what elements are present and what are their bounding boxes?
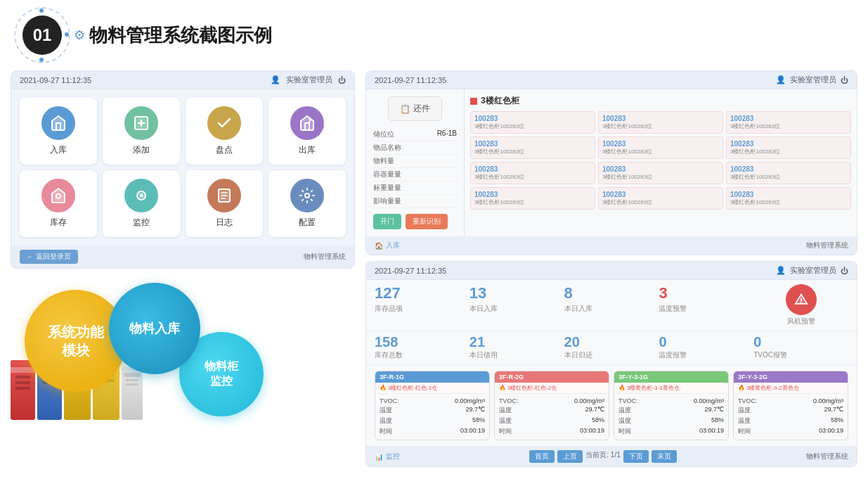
card-inbound-label: 入库 bbox=[50, 144, 67, 156]
ui-header: 2021-09-27 11:12:35 👤 实验室管理员 ⏻ bbox=[11, 71, 354, 89]
mc-row-humid-4: 温度 58% bbox=[738, 416, 843, 426]
return-button[interactable]: 📋 还件 bbox=[388, 96, 442, 121]
svg-point-3 bbox=[140, 194, 143, 198]
mc-header-4: 3F-Y-3-2G bbox=[734, 371, 848, 383]
card-config-label: 配置 bbox=[299, 217, 316, 229]
monitor-card-1: 3F-R-1G 🔥 3楼红色柜-红色-1仓 TVOC: 0.00mg/m³ 温度… bbox=[375, 371, 490, 440]
btn-prev[interactable]: 上页 bbox=[557, 450, 583, 463]
cabinet-red bbox=[11, 360, 35, 420]
stat-total-label: 库存总数 bbox=[375, 350, 469, 360]
refresh-button[interactable]: 重新识别 bbox=[406, 214, 448, 229]
card-inventory[interactable]: 库存 bbox=[20, 170, 97, 237]
badge-01: 01 bbox=[22, 15, 62, 55]
slot-item[interactable]: 100283 3楼红色柜100283位 bbox=[598, 187, 723, 210]
btn-next[interactable]: 下页 bbox=[623, 450, 649, 463]
card-stocktake[interactable]: 盘点 bbox=[186, 98, 263, 165]
stat-total: 158 库存总数 bbox=[375, 334, 469, 360]
temp-label-2: 温度 bbox=[499, 406, 512, 415]
cabinet-header-right: 👤 实验室管理员 ⏻ bbox=[776, 75, 848, 85]
time-label: 时间 bbox=[380, 427, 392, 436]
humid-val-2: 58% bbox=[592, 416, 604, 426]
return-label: 还件 bbox=[413, 103, 430, 115]
main-content: 2021-09-27 11:12:35 👤 实验室管理员 ⏻ bbox=[0, 70, 868, 467]
stats-col1: 127 库存品项 bbox=[375, 284, 469, 326]
stat-temp-alert-label: 温度预警 bbox=[659, 304, 753, 314]
mc-row-time-3: 时间 03:00:19 bbox=[618, 426, 724, 437]
mc-header-2: 3F-R-2G bbox=[495, 371, 609, 383]
bubble-inbound: 物料入库 bbox=[109, 283, 200, 374]
return-icon: 📋 bbox=[400, 104, 410, 114]
slot-item[interactable]: 100283 3楼红色柜100283位 bbox=[726, 136, 851, 159]
card-add-label: 添加 bbox=[133, 144, 150, 156]
mc-row-temp-2: 温度 29.7℃ bbox=[499, 405, 604, 416]
stat-daily-out-num: 8 bbox=[564, 284, 659, 302]
slot-num: 100283 bbox=[474, 191, 591, 198]
card-add[interactable]: 添加 bbox=[103, 98, 180, 165]
slot-desc: 3楼红色柜100283位 bbox=[474, 173, 591, 181]
card-inbound[interactable]: 入库 bbox=[20, 98, 97, 165]
time-val: 03:00:19 bbox=[460, 427, 485, 436]
slot-item[interactable]: 100283 3楼红色柜100283位 bbox=[598, 162, 723, 184]
bubble-inbound-text: 物料入库 bbox=[129, 320, 180, 337]
slot-item[interactable]: 100283 3楼红色柜100283位 bbox=[726, 187, 851, 210]
slot-item[interactable]: 100283 3楼红色柜100283位 bbox=[726, 162, 851, 184]
time-label-4: 时间 bbox=[738, 427, 751, 436]
slot-item[interactable]: 100283 3楼红色柜100283位 bbox=[598, 136, 723, 159]
slot-item[interactable]: 100283 3楼红色柜100283位 bbox=[470, 111, 595, 134]
mc-body-4: TVOC: 0.00mg/m³ 温度 29.7℃ 温度 58% 时间 bbox=[734, 394, 848, 440]
stats-rows-container: 127 库存品项 13 本日入库 8 本日入库 3 温度预警 bbox=[366, 280, 857, 331]
slot-desc: 3楼红色柜100283位 bbox=[602, 122, 719, 130]
inbound-ui-header: 2021-09-27 11:12:35 👤 实验室管理员 ⏻ bbox=[366, 262, 857, 280]
inbound-ui: 2021-09-27 11:12:35 👤 实验室管理员 ⏻ 127 库存品项 bbox=[365, 261, 857, 467]
mc-header-1: 3F-R-1G bbox=[375, 371, 489, 383]
tvoc-label-4: TVOC: bbox=[738, 397, 758, 404]
slot-grid: 100283 3楼红色柜100283位 100283 3楼红色柜100283位 … bbox=[470, 111, 851, 210]
monitor-card-2: 3F-R-2G 🔥 3楼红色柜-红色-2仓 TVOC: 0.00mg/m³ 温度… bbox=[494, 371, 609, 440]
open-door-button[interactable]: 开门 bbox=[373, 214, 401, 229]
mc-row-temp-3: 温度 29.7℃ bbox=[618, 405, 724, 416]
card-monitor[interactable]: 监控 bbox=[103, 170, 180, 237]
time-label-3: 时间 bbox=[618, 427, 631, 436]
cabinet-ui-header: 2021-09-27 11:12:35 👤 实验室管理员 ⏻ bbox=[366, 71, 857, 89]
section-title-text: 3楼红色柜 bbox=[481, 95, 519, 107]
stat-daily-out-label: 本日入库 bbox=[564, 304, 659, 314]
btn-last[interactable]: 末页 bbox=[652, 450, 677, 463]
info-row-name: 物品名称 bbox=[373, 141, 457, 155]
slot-item[interactable]: 100283 3楼红色柜100283位 bbox=[470, 162, 595, 184]
card-log[interactable]: 日志 bbox=[186, 170, 263, 237]
bubble-system-text: 系统功能 模块 bbox=[48, 323, 104, 359]
stocktake-icon bbox=[207, 106, 241, 140]
card-config[interactable]: 配置 bbox=[268, 170, 346, 237]
monitor-footer-label: 监控 bbox=[386, 452, 400, 461]
temp-label-4: 温度 bbox=[738, 406, 751, 415]
stat-returned: 20 本日归还 bbox=[564, 334, 659, 360]
stat-borrowed-num: 21 bbox=[469, 334, 564, 350]
ui-datetime: 2021-09-27 11:12:35 bbox=[20, 76, 91, 84]
stat-inventory: 127 bbox=[375, 284, 469, 302]
temp-val: 29.7℃ bbox=[465, 406, 485, 415]
page-title: 物料管理系统截图示例 bbox=[89, 23, 272, 48]
ui-footer: ← 返回登录页 物料管理系统 bbox=[11, 245, 354, 268]
stat-temp-alarm-label: 温度报警 bbox=[659, 350, 753, 360]
slot-item[interactable]: 100283 3楼红色柜100283位 bbox=[470, 187, 595, 210]
slot-item[interactable]: 100283 3楼红色柜100283位 bbox=[726, 111, 851, 134]
mc-sub-3: 🔥 3楼黄色柜-3-1黄色仓 bbox=[614, 383, 728, 394]
slot-num: 100283 bbox=[730, 191, 847, 198]
mc-row-tvoc-2: TVOC: 0.00mg/m³ bbox=[499, 397, 604, 405]
fire-icon-3: 🔥 bbox=[618, 385, 626, 391]
slot-num: 100283 bbox=[730, 140, 847, 148]
mc-row-time-2: 时间 03:00:19 bbox=[499, 426, 604, 437]
mc-row-tvoc: TVOC: 0.00mg/m³ bbox=[380, 397, 485, 405]
red-square-icon bbox=[470, 98, 477, 105]
humid-label: 温度 bbox=[380, 416, 392, 426]
card-outbound[interactable]: 出库 bbox=[268, 98, 346, 165]
slot-item[interactable]: 100283 3楼红色柜100283位 bbox=[470, 136, 595, 159]
tvoc-label: TVOC: bbox=[380, 397, 399, 404]
stat-temp-alarm: 0 温度报警 bbox=[659, 334, 753, 360]
btn-first[interactable]: 首页 bbox=[529, 450, 555, 463]
tvoc-label-3: TVOC: bbox=[618, 397, 638, 404]
temp-val-3: 29.7℃ bbox=[704, 406, 724, 415]
slot-item[interactable]: 100283 3楼红色柜100283位 bbox=[598, 111, 723, 134]
back-button[interactable]: ← 返回登录页 bbox=[20, 250, 78, 264]
info-row-qty: 物料量 bbox=[373, 155, 457, 168]
